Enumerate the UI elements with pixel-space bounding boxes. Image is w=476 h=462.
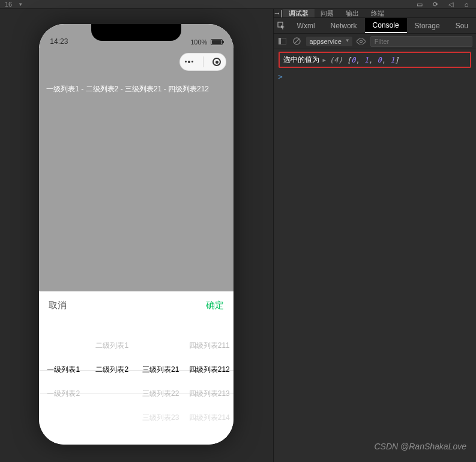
device-icon[interactable]: ▭	[415, 0, 424, 8]
picker-item[interactable]	[136, 334, 185, 358]
phone-frame: 14:23 100% 一级列表1 - 二级列表2 - 三级列表21 - 四级列表…	[39, 24, 233, 445]
picker-column-2[interactable]: 二级列表1 二级列表2	[88, 319, 136, 445]
selected-path-text: 一级列表1 - 二级列表2 - 三级列表21 - 四级列表212	[46, 84, 226, 94]
picker-item[interactable]: 一级列表2	[39, 382, 88, 406]
array-length: (4)	[330, 56, 343, 64]
devtools-tabs: Wxml Network Console Storage Sou	[274, 18, 476, 34]
picker-item[interactable]: 一级列表1	[39, 358, 88, 382]
top-tab-problems[interactable]: 问题	[315, 9, 340, 17]
mini-program-capsule[interactable]	[179, 53, 226, 71]
confirm-button[interactable]: 确定	[206, 300, 224, 311]
devtools-panel: →| 调试器 问题 输出 终端 Wxml Network Console Sto…	[273, 9, 476, 462]
svg-line-4	[295, 39, 299, 43]
tab-storage[interactable]: Storage	[407, 18, 448, 33]
panel-toggle-icon[interactable]: →|	[274, 9, 283, 17]
tab-wxml[interactable]: Wxml	[289, 18, 323, 33]
console-output: 选中的值为 ▶ (4) [0, 1, 0, 1]	[274, 49, 476, 70]
picker-item	[88, 406, 136, 430]
log-label: 选中的值为	[283, 55, 319, 65]
phone-notch	[91, 24, 181, 41]
picker-column-3[interactable]: 三级列表21 三级列表22 三级列表23	[136, 319, 185, 445]
context-selector[interactable]: appservice ▼	[306, 37, 352, 46]
top-tab-output[interactable]: 输出	[340, 9, 365, 17]
svg-rect-2	[279, 38, 281, 44]
ide-top-toolbar: 16 ▼ ▭ ⟳ ◁ ⌂	[0, 0, 476, 9]
picker-item[interactable]: 四级列表213	[185, 382, 233, 406]
expand-arrow-icon[interactable]: ▶	[323, 57, 326, 63]
picker-item[interactable]: 三级列表22	[136, 382, 185, 406]
zoom-label: 16	[5, 1, 12, 8]
chevron-down-icon: ▼	[345, 38, 350, 43]
app-content: 一级列表1 - 二级列表2 - 三级列表21 - 四级列表212 取消 确定 一…	[39, 24, 233, 445]
refresh-icon[interactable]: ⟳	[430, 0, 440, 8]
live-expression-icon[interactable]	[356, 36, 367, 47]
home-icon[interactable]: ⌂	[462, 0, 471, 8]
top-tab-terminal[interactable]: 终端	[365, 9, 390, 17]
prompt-chevron-icon: >	[279, 73, 283, 81]
sidebar-toggle-icon[interactable]	[277, 36, 288, 47]
picker-item[interactable]: 三级列表23	[136, 406, 185, 430]
top-tab-debugger[interactable]: 调试器	[283, 9, 315, 17]
context-value: appservice	[310, 38, 342, 45]
cancel-button[interactable]: 取消	[49, 300, 67, 311]
tab-sources[interactable]: Sou	[448, 18, 476, 33]
picker-item[interactable]: 四级列表211	[185, 334, 233, 358]
console-toolbar: appservice ▼	[274, 34, 476, 49]
picker-sheet: 取消 确定 一级列表1 一级列表2 二级列表1	[39, 291, 233, 445]
picker-body[interactable]: 一级列表1 一级列表2 二级列表1 二级列表2 三级列表21	[39, 319, 233, 445]
menu-icon[interactable]	[185, 61, 193, 63]
picker-item[interactable]: 四级列表214	[185, 406, 233, 430]
picker-item[interactable]: 三级列表21	[136, 358, 185, 382]
log-array: (4) [0, 1, 0, 1]	[330, 56, 399, 64]
console-prompt[interactable]: >	[274, 70, 476, 84]
picker-header: 取消 确定	[39, 291, 233, 319]
clear-console-icon[interactable]	[292, 36, 303, 47]
inspect-element-icon[interactable]	[274, 22, 289, 30]
main-split: 14:23 100% 一级列表1 - 二级列表2 - 三级列表21 - 四级列表…	[0, 9, 476, 462]
picker-column-4[interactable]: 四级列表211 四级列表212 四级列表213 四级列表214	[185, 319, 233, 445]
picker-item[interactable]	[88, 382, 136, 406]
picker-item[interactable]	[39, 334, 88, 358]
tab-network[interactable]: Network	[323, 18, 365, 33]
picker-item	[39, 406, 88, 430]
capsule-divider	[203, 56, 203, 67]
svg-point-5	[360, 40, 363, 43]
picker-column-1[interactable]: 一级列表1 一级列表2	[39, 319, 88, 445]
picker-item[interactable]: 四级列表212	[185, 358, 233, 382]
chevron-down-icon[interactable]: ▼	[18, 2, 23, 7]
close-target-icon[interactable]	[212, 58, 221, 66]
console-log-line[interactable]: 选中的值为 ▶ (4) [0, 1, 0, 1]	[279, 52, 471, 68]
tab-console[interactable]: Console	[365, 18, 407, 33]
picker-item[interactable]: 二级列表1	[88, 334, 136, 358]
filter-input[interactable]	[370, 36, 472, 47]
back-icon[interactable]: ◁	[446, 0, 456, 8]
picker-item[interactable]: 二级列表2	[88, 358, 136, 382]
devtools-top-tabs: →| 调试器 问题 输出 终端	[274, 9, 476, 18]
simulator-panel: 14:23 100% 一级列表1 - 二级列表2 - 三级列表21 - 四级列表…	[0, 9, 273, 462]
